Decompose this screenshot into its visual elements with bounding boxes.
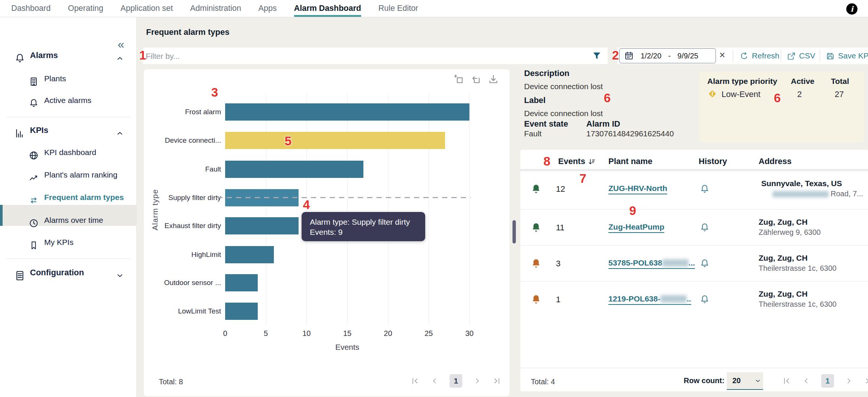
- category-label-outdoor-sensor: Outdoor sensor ...: [144, 279, 221, 287]
- bar-lowlimit-test[interactable]: [225, 303, 258, 320]
- first-page-button[interactable]: [411, 376, 420, 385]
- refresh-label: Refresh: [752, 51, 780, 60]
- x-axis-tick: 0: [223, 329, 227, 338]
- nav-tab-rule-editor[interactable]: Rule Editor: [378, 0, 418, 17]
- crop-plus-button[interactable]: [453, 74, 465, 85]
- sidebar-item-kpis[interactable]: KPIs: [0, 122, 137, 139]
- reset-view-icon: [471, 74, 482, 85]
- address-line2: Theilerstrasse 1c, 6300: [759, 300, 837, 309]
- row-count-value: 20: [732, 376, 741, 385]
- nav-tab-dashboard[interactable]: Dashboard: [11, 0, 51, 17]
- csv-export-button[interactable]: CSV: [787, 48, 815, 64]
- page-last-icon: [864, 376, 868, 385]
- current-page-button[interactable]: 1: [450, 374, 462, 388]
- last-page-button[interactable]: [864, 376, 868, 385]
- chevron-down-icon: [747, 377, 762, 385]
- chart-gridline: [266, 94, 266, 325]
- sidebar-item-active-alarms[interactable]: Active alarms: [0, 93, 137, 109]
- history-bell-button[interactable]: [699, 184, 710, 194]
- row-count-dropdown[interactable]: 20: [727, 372, 763, 390]
- bell-filled-icon: [530, 294, 542, 305]
- crop-plus-icon: [453, 74, 465, 85]
- refresh-button[interactable]: Refresh: [740, 48, 780, 64]
- bar-device-connecti[interactable]: [225, 132, 445, 149]
- calendar-icon: [624, 51, 634, 61]
- table-total: Total: 4: [531, 378, 555, 386]
- bar-outdoor-sensor[interactable]: [225, 274, 258, 291]
- toolbar-separator: [781, 50, 781, 62]
- sidebar-item-configuration[interactable]: Configuration: [0, 265, 137, 281]
- bar-highlimit[interactable]: [225, 246, 274, 263]
- first-page-button[interactable]: [782, 376, 791, 385]
- last-page-button[interactable]: [492, 376, 501, 385]
- alarm-status-bell-icon: [530, 258, 542, 269]
- vertical-scrollbar-thumb[interactable]: [512, 220, 516, 243]
- redacted-text: [772, 191, 829, 197]
- current-page-button[interactable]: 1: [821, 374, 834, 388]
- address-line1: Zug, Zug, CH: [759, 254, 808, 263]
- next-page-button[interactable]: [844, 376, 853, 385]
- history-bell-button[interactable]: [699, 222, 710, 233]
- globe-icon: [28, 150, 39, 161]
- sidebar-item-my-kpis[interactable]: My KPIs: [0, 235, 137, 251]
- plant-name-link[interactable]: 1219-POL638-..: [608, 294, 691, 305]
- tooltip-value: Events: 9: [310, 227, 417, 237]
- plant-name-link[interactable]: 53785-POL638...: [608, 258, 695, 269]
- table-pagination: 1: [782, 374, 868, 388]
- download-icon: [488, 74, 499, 85]
- plant-name-link[interactable]: Zug-HeatPump: [608, 222, 664, 233]
- nav-tab-application-set[interactable]: Application set: [121, 0, 173, 17]
- nav-tab-alarm-dashboard[interactable]: Alarm Dashboard: [294, 0, 361, 17]
- nav-tab-administration[interactable]: Administration: [190, 0, 241, 17]
- sidebar-item-plants[interactable]: Plants: [0, 71, 137, 88]
- sidebar-item-kpi-dashboard[interactable]: KPI dashboard: [0, 145, 137, 161]
- clear-date-button[interactable]: ×: [719, 50, 725, 60]
- x-axis-tick: 10: [302, 329, 311, 338]
- save-kpi-button[interactable]: Save KPI: [826, 48, 868, 64]
- plant-name-link[interactable]: ZUG-HRV-North: [608, 184, 667, 194]
- filter-bar: [143, 48, 608, 64]
- reset-view-button[interactable]: [471, 74, 482, 85]
- column-header-history: History: [699, 157, 727, 166]
- x-axis-tick: 30: [465, 329, 474, 338]
- chart-gridline: [429, 94, 429, 325]
- date-range-picker[interactable]: 1/2/20 - 9/9/25: [619, 48, 716, 63]
- events-count: 11: [556, 223, 565, 233]
- page-next-icon: [473, 376, 482, 385]
- row-count-label: Row count:: [684, 376, 725, 385]
- bell-icon: [28, 98, 39, 109]
- next-page-button[interactable]: [473, 376, 482, 385]
- sidebar-item-frequent-alarm-types[interactable]: Frequent alarm types: [0, 190, 137, 206]
- history-bell-button[interactable]: [699, 258, 710, 269]
- nav-tab-operating[interactable]: Operating: [68, 0, 103, 17]
- bar-exhaust-filter-dirty[interactable]: [225, 217, 299, 234]
- info-icon[interactable]: i: [846, 3, 858, 15]
- alarm-id-label: Alarm ID: [586, 119, 620, 129]
- sidebar-item-alarms-over-time[interactable]: Alarms over time: [0, 213, 137, 229]
- nav-tab-label: Rule Editor: [378, 4, 418, 13]
- table-row[interactable]: 11Zug-HeatPumpZug, Zug, CHZählerweg 9, 6…: [520, 209, 868, 246]
- nav-tab-apps[interactable]: Apps: [258, 0, 277, 17]
- csv-label: CSV: [799, 51, 815, 60]
- column-header-events[interactable]: Events: [558, 157, 596, 166]
- date-dash: -: [668, 52, 671, 60]
- sidebar-item-label: Configuration: [30, 268, 84, 278]
- sidebar-item-alarms[interactable]: Alarms: [0, 48, 137, 64]
- event-state-value: Fault: [524, 129, 542, 138]
- bar-fault[interactable]: [225, 161, 363, 178]
- label-value: Device connection lost: [524, 109, 603, 118]
- sidebar-item-plant-s-alarm-ranking[interactable]: Plant's alarm ranking: [0, 167, 137, 184]
- download-button[interactable]: [488, 74, 499, 85]
- table-row[interactable]: 353785-POL638...Zug, Zug, CHTheilerstras…: [520, 245, 868, 282]
- refresh-icon: [740, 52, 748, 61]
- filter-input[interactable]: [145, 48, 589, 65]
- previous-page-button[interactable]: [802, 376, 811, 385]
- table-row[interactable]: 12ZUG-HRV-NorthSunnyvale, Texas, US Road…: [520, 171, 868, 207]
- bar-frost-alarm[interactable]: [225, 103, 469, 121]
- chevron-down-icon: [115, 271, 124, 280]
- filter-funnel-icon[interactable]: [592, 51, 602, 61]
- previous-page-button[interactable]: [430, 376, 439, 385]
- history-bell-button[interactable]: [699, 294, 710, 305]
- sliders-icon: [14, 270, 25, 281]
- table-row[interactable]: 11219-POL638-..Zug, Zug, CHTheilerstrass…: [520, 281, 868, 318]
